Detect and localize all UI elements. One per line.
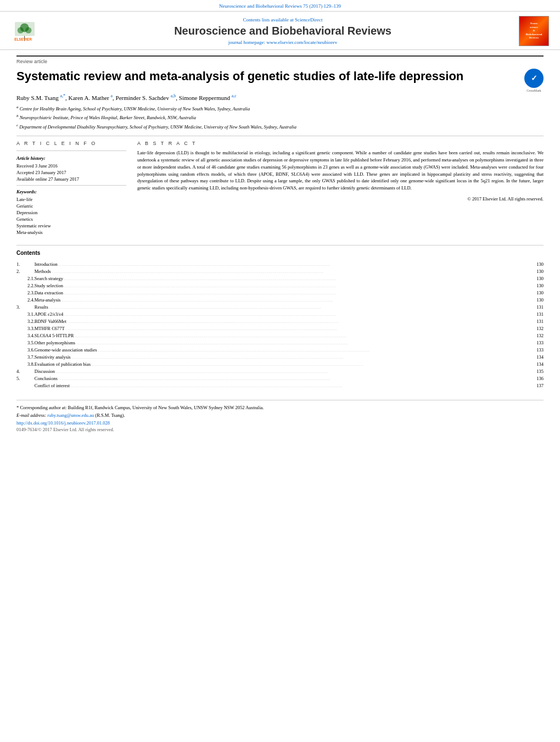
corresponding-note: * Corresponding author at: Building R1f,… (16, 405, 544, 410)
toc-item: 3.3. MTHFR C677T .......................… (16, 325, 544, 332)
toc-item: 3.1. APOE ε2/ε3/ε4 .....................… (16, 310, 544, 317)
toc-page: 130 (527, 296, 544, 303)
toc-title: Evaluation of publication bias (35, 361, 91, 367)
toc-title-cell: Data extraction ........................… (35, 289, 527, 296)
footer: * Corresponding author at: Building R1f,… (16, 400, 544, 432)
toc-title-cell: Meta-analysis ..........................… (35, 296, 527, 303)
toc-title: Genome-wide association studies (35, 347, 97, 353)
toc-item: 3. Results .............................… (16, 303, 544, 310)
abstract-heading: A B S T R A C T (137, 141, 544, 146)
contents-available: Contents lists available at ScienceDirec… (55, 17, 511, 23)
toc-num: 5. (16, 375, 35, 382)
toc-item: 3.4. SLC6A4 5-HTTLPR ...................… (16, 332, 544, 339)
toc-page: 130 (527, 282, 544, 289)
toc-title-cell: APOE ε2/ε3/ε4 ..........................… (35, 310, 527, 317)
toc-num: 2.3. (16, 289, 35, 296)
toc-item: 2.2. Study selection ...................… (16, 282, 544, 289)
divider-info-mid (16, 185, 126, 186)
toc-num: 3.4. (16, 332, 35, 339)
toc-item: 2.3. Data extraction ...................… (16, 289, 544, 296)
toc-title: Other polymorphisms (35, 340, 75, 345)
toc-item: 2.1. Search strategy ...................… (16, 275, 544, 282)
toc-item: 2.4. Meta-analysis .....................… (16, 296, 544, 303)
toc-title-cell: Other polymorphisms ....................… (35, 339, 527, 346)
keywords-label: Keywords: (16, 189, 126, 194)
toc-num: 3.5. (16, 339, 35, 346)
toc-num: 4. (16, 367, 35, 375)
toc-item: 2. Methods .............................… (16, 267, 544, 275)
keyword-6: Meta-analysis (16, 230, 126, 235)
toc-title-cell: Introduction ...........................… (35, 260, 527, 267)
toc-page: 134 (527, 353, 544, 360)
author-sup-c: a,b (171, 93, 176, 98)
toc-num: 2.2. (16, 282, 35, 289)
toc-page: 130 (527, 267, 544, 275)
crossmark-icon: ✓ (531, 74, 537, 83)
toc-num: 3.6. (16, 346, 35, 353)
journal-logo-box: Neuroscience&BiobehavioralReviews (519, 16, 549, 46)
two-column-layout: A R T I C L E I N F O Article history: R… (16, 141, 544, 236)
affiliation-c: c Department of Developmental Disability… (16, 122, 544, 131)
toc-table: 1. Introduction ........................… (16, 260, 544, 389)
toc-item: 3.8. Evaluation of publication bias ....… (16, 360, 544, 367)
toc-title: Methods (35, 269, 51, 274)
toc-page: 131 (527, 303, 544, 310)
sciencedirect-link[interactable]: ScienceDirect (295, 17, 322, 23)
toc-title-cell: Methods ................................… (35, 267, 527, 275)
toc-page: 134 (527, 360, 544, 367)
toc-page: 130 (527, 289, 544, 296)
toc-num: 2.1. (16, 275, 35, 282)
toc-title: Conclusions (35, 376, 58, 381)
toc-title: SLC6A4 5-HTTLPR (35, 333, 74, 338)
homepage-url[interactable]: www.elsevier.com/locate/neubiorev (266, 40, 337, 45)
toc-item: 3.2. BDNF Val66Met .....................… (16, 317, 544, 325)
toc-title: Introduction (35, 261, 58, 267)
issn: 0149-7634/© 2017 Elsevier Ltd. All right… (16, 427, 544, 432)
toc-title: Results (35, 304, 48, 310)
toc-num: 3.1. (16, 310, 35, 317)
toc-title: Meta-analysis (35, 297, 61, 303)
keyword-3: Depression (16, 210, 126, 215)
author-sup-b: a (110, 93, 113, 98)
toc-item: 3.6. Genome-wide association studies ...… (16, 346, 544, 353)
journal-reference-bar: Neuroscience and Biobehavioral Reviews 7… (0, 0, 560, 12)
toc-title-cell: BDNF Val66Met ..........................… (35, 317, 527, 325)
svg-point-4 (25, 27, 31, 33)
toc-title: Conflict of interest (35, 383, 70, 388)
journal-homepage: journal homepage: www.elsevier.com/locat… (55, 40, 511, 45)
article-info-heading: A R T I C L E I N F O (16, 141, 126, 146)
toc-title-cell: Genome-wide association studies ........… (35, 346, 527, 353)
toc-num: 3. (16, 303, 35, 310)
toc-title: Search strategy (35, 276, 63, 281)
toc-num (16, 382, 35, 389)
received-date: Received 3 June 2016 (16, 163, 126, 169)
email-link[interactable]: ruby.tsang@unsw.edu.au (47, 412, 94, 418)
affiliation-b: b Neuropsychiatric Institute, Prince of … (16, 113, 544, 121)
author-sup-a: a,* (60, 93, 65, 98)
review-label: Review article (16, 55, 544, 64)
toc-item: 5. Conclusions .........................… (16, 375, 544, 382)
toc-num: 3.3. (16, 325, 35, 332)
elsevier-logo: ELSEVIER (11, 20, 55, 43)
toc-page: 132 (527, 332, 544, 339)
article-history-label: Article history: (16, 155, 126, 161)
svg-point-3 (18, 27, 24, 33)
journal-logo: Neuroscience&BiobehavioralReviews (511, 16, 549, 46)
contents-heading: Contents (16, 250, 544, 256)
toc-title-cell: Sensitivity analysis ...................… (35, 353, 527, 360)
affil-sup-c: c (16, 123, 18, 127)
toc-title: APOE ε2/ε3/ε4 (35, 311, 64, 317)
toc-page: 132 (527, 325, 544, 332)
toc-page: 135 (527, 367, 544, 375)
toc-num: 2. (16, 267, 35, 275)
toc-title-cell: Conflict of interest ...................… (35, 382, 527, 389)
toc-title-cell: Search strategy ........................… (35, 275, 527, 282)
toc-title: BDNF Val66Met (35, 319, 66, 324)
toc-num: 2.4. (16, 296, 35, 303)
page: Neuroscience and Biobehavioral Reviews 7… (0, 0, 560, 742)
svg-text:ELSEVIER: ELSEVIER (14, 37, 32, 41)
available-date: Available online 27 January 2017 (16, 176, 126, 182)
crossmark-circle: ✓ (524, 69, 544, 88)
doi-link[interactable]: http://dx.doi.org/10.1016/j.neubiorev.20… (16, 420, 544, 426)
keyword-4: Genetics (16, 216, 126, 222)
